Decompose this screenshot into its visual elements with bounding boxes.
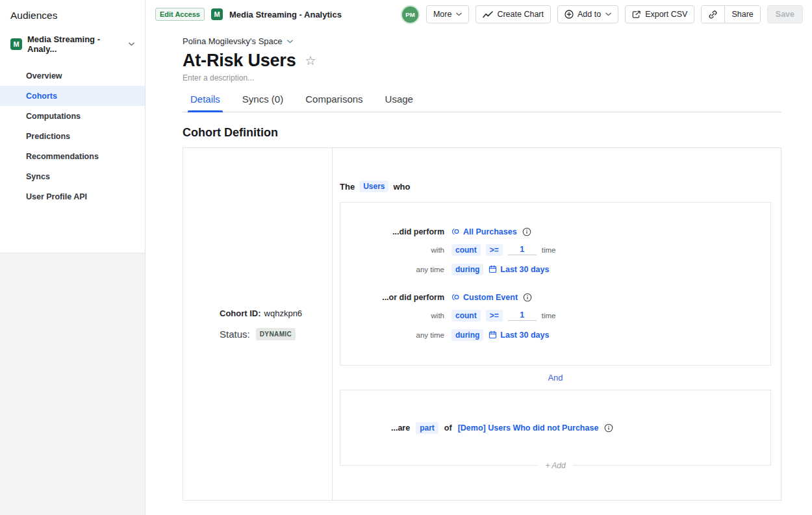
export-csv-button[interactable]: Export CSV <box>625 5 694 23</box>
user-avatar[interactable]: PM <box>402 6 418 23</box>
unit-label: time <box>542 246 556 254</box>
favorite-star-icon[interactable]: ☆ <box>305 55 316 67</box>
sidebar-item-cohorts[interactable]: Cohorts <box>0 86 145 106</box>
more-button-label: More <box>433 10 451 19</box>
calendar-icon <box>488 265 497 273</box>
add-to-button[interactable]: Add to <box>557 5 618 23</box>
during-chip[interactable]: during <box>451 264 483 275</box>
event-icon <box>451 293 460 301</box>
add-condition-button[interactable]: + Add <box>537 461 573 470</box>
cohort-id: Cohort ID:wqhzkpn6 <box>220 308 332 318</box>
description-placeholder[interactable]: Enter a description... <box>183 73 254 82</box>
chevron-down-icon <box>129 42 134 46</box>
chevron-down-icon <box>605 12 611 16</box>
time-window-link[interactable]: Last 30 days <box>488 265 549 274</box>
status-label: Status: <box>220 329 250 340</box>
line-chart-icon <box>483 11 493 18</box>
during-chip[interactable]: during <box>451 329 483 341</box>
app-window: Audiences M Media Streaming - Analy... O… <box>0 0 812 515</box>
sidebar: Audiences M Media Streaming - Analy... O… <box>0 0 146 515</box>
link-icon <box>708 10 718 19</box>
page-title: At-Risk Users <box>183 51 296 71</box>
workspace-selector[interactable]: M Media Streaming - Analy... <box>5 31 140 58</box>
event-picker-link[interactable]: Custom Event <box>451 293 518 302</box>
membership-verb-label: ...are <box>391 423 410 433</box>
cohort-id-value: wqhzkpn6 <box>264 308 303 318</box>
plus-circle-icon <box>565 10 574 19</box>
sidebar-item-predictions[interactable]: Predictions <box>0 126 145 146</box>
main-area: Edit Access M Media Streaming - Analytic… <box>146 0 812 515</box>
sidebar-nav: Overview Cohorts Computations Prediction… <box>0 66 145 207</box>
create-chart-button[interactable]: Create Chart <box>476 5 551 23</box>
event-name: All Purchases <box>463 227 517 236</box>
title-row: At-Risk Users ☆ <box>183 51 781 71</box>
save-button[interactable]: Save <box>767 5 803 23</box>
edit-access-badge[interactable]: Edit Access <box>155 8 205 21</box>
event-condition-1: ...did perform All Purchases <box>340 227 770 275</box>
chevron-down-icon <box>287 40 293 44</box>
time-window-label: Last 30 days <box>500 331 549 340</box>
copy-link-button[interactable] <box>702 6 724 23</box>
membership-card: ...are part of [Demo] Users Who did not … <box>340 390 771 466</box>
topbar: Edit Access M Media Streaming - Analytic… <box>146 0 812 29</box>
subject-suffix: who <box>393 182 410 192</box>
subject-line: The Users who <box>340 181 771 192</box>
status-badge: DYNAMIC <box>256 328 296 340</box>
info-icon[interactable] <box>522 227 531 236</box>
project-icon: M <box>211 8 223 20</box>
more-button[interactable]: More <box>426 5 469 23</box>
sidebar-panel: Audiences M Media Streaming - Analy... O… <box>0 0 145 253</box>
tab-comparisons[interactable]: Comparisons <box>303 94 365 112</box>
sidebar-item-overview[interactable]: Overview <box>0 66 145 86</box>
sidebar-item-recommendations[interactable]: Recommendations <box>0 146 145 166</box>
subject-prefix: The <box>340 182 355 192</box>
info-icon[interactable] <box>604 423 613 433</box>
create-chart-label: Create Chart <box>497 10 544 19</box>
tab-details[interactable]: Details <box>188 94 223 112</box>
topbar-actions: PM More Create Chart <box>402 5 803 23</box>
chevron-down-icon <box>456 12 462 16</box>
sidebar-item-computations[interactable]: Computations <box>0 106 145 126</box>
project-name: Media Streaming - Analytics <box>229 10 342 19</box>
cohort-picker-link[interactable]: [Demo] Users Who did not Purchase <box>458 423 599 433</box>
product-title: Audiences <box>10 10 134 21</box>
status-row: Status: DYNAMIC <box>220 328 332 340</box>
definition-builder: The Users who ...did perform <box>333 148 781 500</box>
share-button[interactable]: Share <box>725 6 759 23</box>
tab-usage[interactable]: Usage <box>383 94 416 112</box>
condition-verb-label: ...or did perform <box>340 293 444 302</box>
sidebar-item-user-profile-api[interactable]: User Profile API <box>0 186 145 207</box>
aggregation-chip[interactable]: count <box>451 310 481 321</box>
time-window-link[interactable]: Last 30 days <box>488 331 549 340</box>
subject-users-chip[interactable]: Users <box>359 181 388 192</box>
sidebar-item-syncs[interactable]: Syncs <box>0 166 145 186</box>
share-button-group: Share <box>701 5 760 23</box>
tab-syncs[interactable]: Syncs (0) <box>240 94 286 112</box>
and-connector[interactable]: And <box>340 373 771 383</box>
membership-mode-chip[interactable]: part <box>416 422 438 434</box>
event-icon <box>451 227 460 236</box>
condition-verb-label: ...did perform <box>340 227 444 236</box>
section-title: Cohort Definition <box>183 126 781 140</box>
event-condition-2: ...or did perform Custom Event <box>340 293 770 341</box>
event-picker-link[interactable]: All Purchases <box>451 227 517 236</box>
unit-label: time <box>542 312 556 320</box>
workspace-icon: M <box>10 38 22 50</box>
workspace-name: Media Streaming - Analy... <box>27 34 122 54</box>
anytime-label: any time <box>340 331 444 339</box>
count-input[interactable]: 1 <box>508 310 537 321</box>
breadcrumb[interactable]: Polina Mogilevsky's Space <box>183 36 293 46</box>
info-icon[interactable] <box>523 293 532 302</box>
membership-of-label: of <box>444 423 452 433</box>
calendar-icon <box>488 331 497 339</box>
time-window-label: Last 30 days <box>500 265 549 274</box>
anytime-label: any time <box>340 266 444 273</box>
count-input[interactable]: 1 <box>508 245 537 255</box>
add-to-label: Add to <box>577 10 601 19</box>
operator-chip[interactable]: >= <box>486 244 503 256</box>
aggregation-chip[interactable]: count <box>451 244 481 256</box>
export-csv-label: Export CSV <box>645 10 687 19</box>
cohort-meta-column: Cohort ID:wqhzkpn6 Status: DYNAMIC <box>183 148 333 500</box>
event-conditions-card: ...did perform All Purchases <box>340 202 771 366</box>
operator-chip[interactable]: >= <box>486 310 503 321</box>
